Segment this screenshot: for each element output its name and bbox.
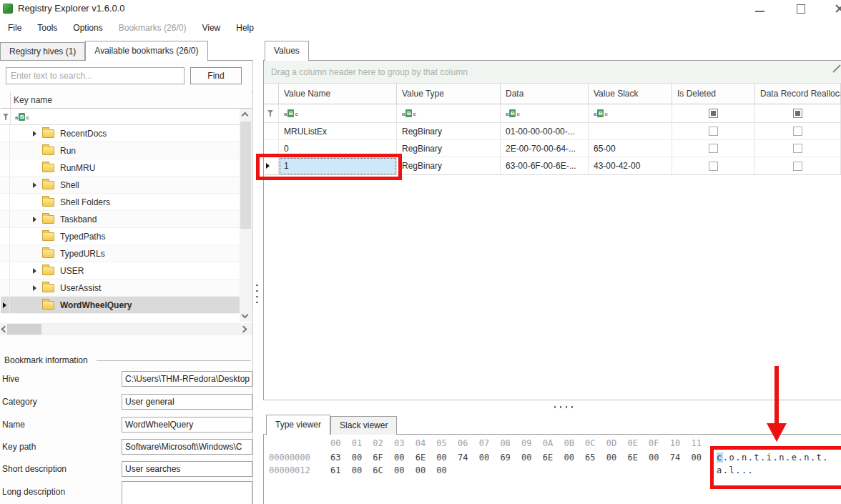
bookmark-info-group-label: Bookmark information <box>4 355 88 365</box>
folder-icon <box>42 284 54 292</box>
values-tabstrip: Values <box>265 41 309 61</box>
menu-item-help[interactable]: Help <box>228 20 262 36</box>
tree-item-shell[interactable]: Shell <box>1 177 240 194</box>
filter-cell-data-record-reallocated[interactable] <box>755 104 841 123</box>
titlebar[interactable]: Registry Explorer v1.6.0.0 <box>0 0 841 19</box>
abc-filter-icon: aBc <box>506 109 520 117</box>
group-by-bar[interactable]: Drag a column header here to group by th… <box>264 61 841 84</box>
scroll-up-button[interactable] <box>240 109 252 120</box>
search-input[interactable] <box>6 67 185 84</box>
tree-item-runmru[interactable]: RunMRU <box>1 159 240 177</box>
tree-horizontal-scrollbar[interactable] <box>0 323 252 335</box>
horizontal-splitter-handle-icon[interactable] <box>554 406 577 408</box>
menu-item-tools[interactable]: Tools <box>29 20 65 36</box>
hex-bytes[interactable]: 63 00 6F 00 6E 00 74 00 69 00 6E 00 65 0… <box>330 453 702 463</box>
app-icon <box>3 4 13 14</box>
indeterminate-checkbox[interactable] <box>793 109 802 118</box>
cell-data[interactable]: 01-00-00-00-00-... <box>501 123 589 140</box>
values-header-row: Value Name Value Type Data Value Slack I… <box>264 84 841 104</box>
minimize-button[interactable] <box>755 11 764 12</box>
tree-item-typedpaths[interactable]: TypedPaths <box>1 228 240 245</box>
scroll-thumb[interactable] <box>7 324 41 335</box>
filter-cell-data[interactable]: aBc <box>501 104 589 123</box>
expand-arrow-icon[interactable] <box>33 268 36 274</box>
cell-data[interactable]: 2E-00-70-00-64-... <box>501 140 589 157</box>
hex-column-header: 00 01 02 03 04 05 06 07 08 09 0A 0B 0C 0… <box>330 438 702 448</box>
tree-vertical-scrollbar[interactable] <box>240 109 252 322</box>
tree-item-recentdocs[interactable]: RecentDocs <box>1 125 240 142</box>
key-path-field[interactable]: Software\Microsoft\Windows\C <box>122 439 252 455</box>
data-record-reallocated-checkbox[interactable] <box>793 162 802 171</box>
key-name-column-header[interactable]: Key name <box>1 92 252 109</box>
scroll-right-button[interactable] <box>240 323 252 335</box>
menu-item-options[interactable]: Options <box>65 20 110 36</box>
category-field[interactable]: User general <box>122 394 252 410</box>
expand-arrow-icon[interactable] <box>33 182 36 188</box>
tree-item-user[interactable]: USER <box>1 262 240 280</box>
cell-data[interactable]: 63-00-6F-00-6E-... <box>501 157 589 175</box>
tree-item-userassist[interactable]: UserAssist <box>1 280 240 297</box>
tab-type-viewer[interactable]: Type viewer <box>266 415 330 435</box>
folder-icon <box>42 267 54 275</box>
annotation-arrow-head <box>767 423 787 442</box>
filter-cell-value-slack[interactable]: aBc <box>589 104 672 123</box>
hex-bytes[interactable]: 61 00 6C 00 00 00 <box>330 465 447 475</box>
filter-cell-value-name[interactable]: aBc <box>279 104 397 123</box>
column-header-value-type[interactable]: Value Type <box>397 84 501 104</box>
menu-item-view[interactable]: View <box>194 20 228 36</box>
close-button[interactable] <box>834 4 841 14</box>
is-deleted-checkbox[interactable] <box>709 144 718 153</box>
folder-icon <box>42 147 54 155</box>
values-row-mrulistex[interactable]: MRUListEx RegBinary 01-00-00-00-00-... <box>264 123 841 140</box>
column-header-is-deleted[interactable]: Is Deleted <box>672 84 755 104</box>
filter-cell-is-deleted[interactable] <box>672 104 755 123</box>
expand-arrow-icon[interactable] <box>33 217 36 222</box>
tab-values[interactable]: Values <box>265 41 309 61</box>
tree-item-typedurls[interactable]: TypedURLs <box>1 245 240 262</box>
vertical-splitter-handle-icon[interactable] <box>255 285 259 307</box>
short-description-field[interactable]: User searches <box>122 461 252 477</box>
cell-value-name[interactable]: MRUListEx <box>279 123 397 140</box>
tree-item-run[interactable]: Run <box>1 142 240 159</box>
filter-indicator-cell <box>264 104 279 123</box>
cell-value-slack[interactable]: 65-00 <box>589 140 672 157</box>
tree-item-taskband[interactable]: Taskband <box>1 211 240 228</box>
cell-value-slack[interactable]: 43-00-42-00 <box>589 157 672 175</box>
abc-filter-icon: aBc <box>284 109 298 117</box>
column-header-data-record-reallocated[interactable]: Data Record Reallocated <box>755 84 841 104</box>
cell-value-type[interactable]: RegBinary <box>397 140 501 157</box>
tab-available-bookmarks[interactable]: Available bookmarks (26/0) <box>85 41 207 61</box>
chevron-down-icon <box>242 312 249 319</box>
expand-arrow-icon[interactable] <box>33 285 36 291</box>
menu-item-bookmarks[interactable]: Bookmarks (26/0) <box>111 20 195 36</box>
column-header-value-slack[interactable]: Value Slack <box>589 84 672 104</box>
cell-value-type[interactable]: RegBinary <box>397 157 501 175</box>
maximize-button[interactable] <box>797 4 805 14</box>
tab-slack-viewer[interactable]: Slack viewer <box>330 416 397 435</box>
group-by-hint: Drag a column header here to group by th… <box>271 67 468 77</box>
menu-item-file[interactable]: File <box>0 20 29 36</box>
cell-value-type[interactable]: RegBinary <box>397 123 501 140</box>
filter-cell-value-type[interactable]: aBc <box>397 104 501 123</box>
data-record-reallocated-checkbox[interactable] <box>793 127 802 136</box>
scroll-thumb[interactable] <box>240 122 251 229</box>
indeterminate-checkbox[interactable] <box>709 109 718 118</box>
tab-registry-hives[interactable]: Registry hives (1) <box>0 42 85 61</box>
tree-filter-row[interactable]: aBc <box>1 109 240 125</box>
column-header-value-name[interactable]: Value Name <box>279 84 397 104</box>
scroll-down-button[interactable] <box>240 310 252 322</box>
expand-arrow-icon[interactable] <box>33 131 36 137</box>
find-button[interactable]: Find <box>190 67 242 84</box>
tree-item-wordwheelquery[interactable]: WordWheelQuery <box>1 297 240 314</box>
folder-icon <box>42 164 54 172</box>
data-record-reallocated-checkbox[interactable] <box>793 144 802 153</box>
name-field[interactable]: WordWheelQuery <box>122 417 252 433</box>
is-deleted-checkbox[interactable] <box>709 162 718 171</box>
hive-field[interactable]: C:\Users\THM-RFedora\Desktop <box>122 371 252 387</box>
is-deleted-checkbox[interactable] <box>709 127 718 136</box>
tree-item-shell-folders[interactable]: Shell Folders <box>1 194 240 211</box>
long-description-field[interactable] <box>122 481 252 504</box>
chevron-up-icon <box>242 112 249 119</box>
column-header-data[interactable]: Data <box>501 84 589 104</box>
cell-value-slack[interactable] <box>589 123 672 140</box>
